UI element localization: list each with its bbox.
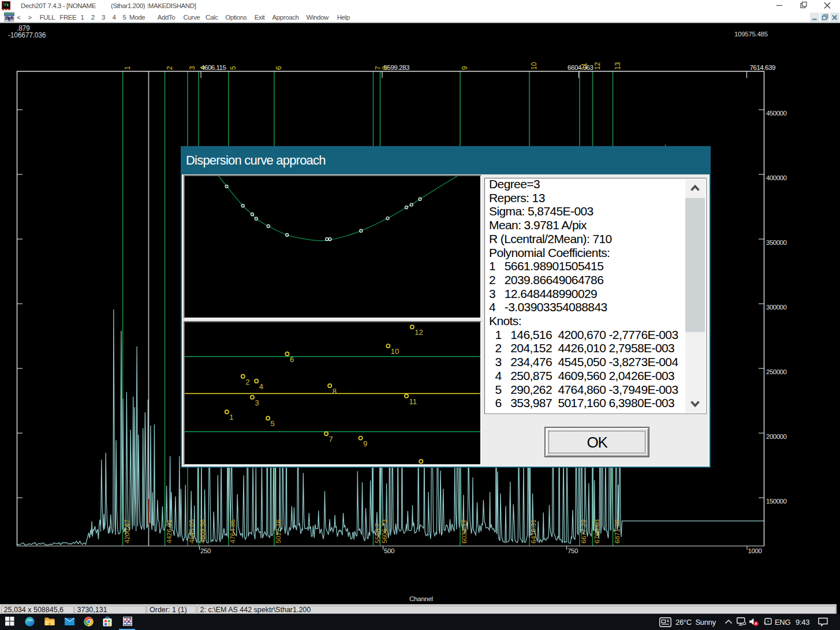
svg-text:6032.12: 6032.12: [461, 519, 468, 543]
svg-text:5558.7: 5558.7: [374, 523, 381, 543]
svg-text:6677.29: 6677.29: [580, 519, 587, 543]
svg-text:4: 4: [259, 382, 263, 391]
svg-text:5: 5: [229, 66, 237, 70]
svg-text:3: 3: [255, 398, 259, 407]
svg-text:-106677.036: -106677.036: [8, 31, 46, 39]
svg-text:11: 11: [580, 62, 588, 70]
svg-text:1: 1: [229, 413, 233, 422]
svg-text:13: 13: [424, 463, 432, 464]
svg-text:13: 13: [614, 62, 622, 70]
svg-text:6766.63: 6766.63: [593, 519, 600, 543]
svg-text:5: 5: [271, 419, 275, 428]
svg-text:6871.29: 6871.29: [614, 519, 621, 543]
svg-text:750: 750: [568, 547, 578, 554]
svg-text:4609.56: 4609.56: [199, 519, 206, 543]
svg-text:12: 12: [415, 328, 423, 337]
svg-text:4764.86: 4764.86: [229, 519, 236, 543]
svg-text:3: 3: [188, 66, 196, 70]
svg-text:450000: 450000: [766, 110, 786, 117]
svg-text:6: 6: [275, 66, 283, 70]
svg-text:12: 12: [593, 62, 602, 70]
svg-text:500: 500: [384, 547, 394, 554]
svg-text:250000: 250000: [766, 368, 786, 375]
svg-text:200000: 200000: [766, 433, 786, 440]
svg-text:5017.16: 5017.16: [275, 519, 282, 543]
svg-text:4: 4: [199, 66, 207, 70]
svg-text:Channel: Channel: [409, 595, 433, 602]
svg-text:10: 10: [530, 62, 538, 70]
svg-text:8: 8: [333, 387, 337, 396]
svg-text:8: 8: [381, 66, 389, 70]
svg-text:6: 6: [290, 355, 294, 364]
svg-text:250: 250: [200, 547, 211, 554]
svg-text:10.0: 10.0: [5, 16, 14, 21]
svg-text:7614.639: 7614.639: [750, 64, 775, 71]
svg-text:2: 2: [245, 378, 249, 386]
svg-text:4426.01: 4426.01: [166, 519, 173, 543]
svg-text:1: 1: [124, 66, 132, 70]
svg-text:9: 9: [461, 66, 469, 70]
svg-text:300000: 300000: [766, 304, 786, 311]
svg-text:5606.73: 5606.73: [381, 519, 388, 543]
svg-text:11: 11: [409, 397, 417, 406]
svg-text:150000: 150000: [766, 498, 786, 505]
svg-text:4545.05: 4545.05: [188, 519, 195, 543]
svg-text:350000: 350000: [766, 239, 786, 246]
svg-text:6416.31: 6416.31: [530, 519, 537, 543]
svg-text:7: 7: [329, 435, 333, 443]
svg-text:2: 2: [166, 66, 174, 70]
svg-text:9: 9: [363, 439, 367, 448]
svg-text:400000: 400000: [766, 174, 786, 181]
svg-text:10: 10: [391, 347, 399, 356]
svg-text:109575.485: 109575.485: [734, 31, 768, 38]
svg-text:1000: 1000: [748, 547, 762, 554]
svg-text:4200.67: 4200.67: [124, 519, 130, 543]
